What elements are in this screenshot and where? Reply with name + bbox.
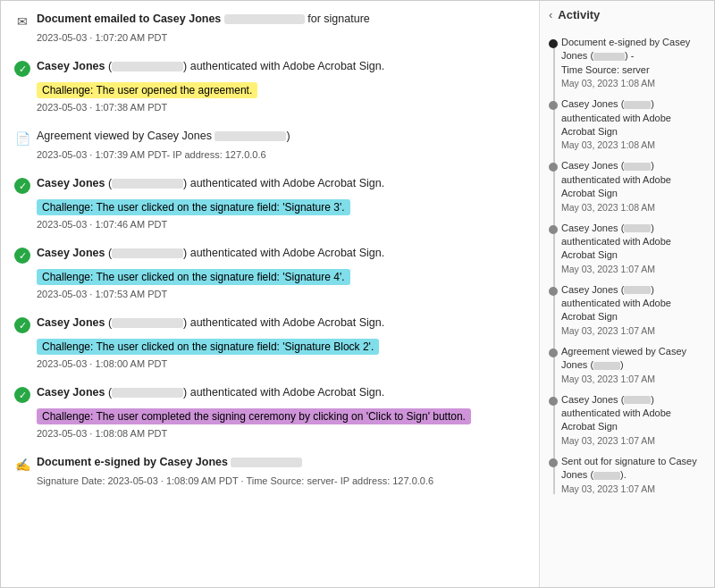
event-timestamp-email-sent: 2023-05-03 · 1:07:20 AM PDT xyxy=(37,32,526,43)
timeline-date-4: May 03, 2023 1:07 AM xyxy=(561,325,705,336)
event-text-wrapper: Document e-signed by Casey Jones xyxy=(37,455,526,471)
back-arrow-icon[interactable]: ‹ xyxy=(549,8,552,21)
event-header-auth-2: ✓Casey Jones () authenticated with Adobe… xyxy=(13,176,526,195)
challenge-box-auth-3: Challenge: The user clicked on the signa… xyxy=(37,269,350,285)
timeline-item-1: Casey Jones ()authenticated with Adobe A… xyxy=(561,97,705,150)
timeline-text-5: Agreement viewed by Casey Jones () xyxy=(561,345,705,373)
event-text: Agreement viewed by Casey Jones ) xyxy=(37,130,290,142)
event-timestamp-auth-1: 2023-05-03 · 1:07:38 AM PDT xyxy=(37,102,526,113)
event-item-view-1: 📄Agreement viewed by Casey Jones )2023-0… xyxy=(13,129,526,167)
right-panel: ‹ Activity Document e-signed by Casey Jo… xyxy=(540,1,714,587)
timeline-date-3: May 03, 2023 1:07 AM xyxy=(561,264,705,274)
challenge-box-auth-5: Challenge: The user completed the signin… xyxy=(37,408,471,424)
event-timestamp-auth-3: 2023-05-03 · 1:07:53 AM PDT xyxy=(37,289,526,299)
challenge-box-auth-4: Challenge: The user clicked on the signa… xyxy=(37,339,379,355)
email-icon: ✉ xyxy=(13,13,31,30)
timeline-dot-6 xyxy=(549,397,558,406)
event-item-auth-3: ✓Casey Jones () authenticated with Adobe… xyxy=(13,246,526,307)
check-icon: ✓ xyxy=(13,177,31,195)
event-timestamp-auth-2: 2023-05-03 · 1:07:46 AM PDT xyxy=(37,219,526,230)
event-text-wrapper: Casey Jones () authenticated with Adobe … xyxy=(37,246,526,262)
event-text-wrapper: Casey Jones () authenticated with Adobe … xyxy=(37,385,526,401)
event-text: Casey Jones () authenticated with Adobe … xyxy=(37,247,384,259)
event-text: Casey Jones () authenticated with Adobe … xyxy=(37,177,384,189)
timeline-dot-5 xyxy=(549,349,558,357)
timeline-text-2: Casey Jones ()authenticated with Adobe A… xyxy=(561,159,705,200)
view-icon: 📄 xyxy=(13,130,31,147)
timeline-date-2: May 03, 2023 1:08 AM xyxy=(561,202,705,213)
event-item-auth-5: ✓Casey Jones () authenticated with Adobe… xyxy=(13,385,526,446)
event-header-auth-1: ✓Casey Jones () authenticated with Adobe… xyxy=(13,59,526,78)
left-panel: ✉Document emailed to Casey Jones for sig… xyxy=(1,1,540,587)
timeline-text-7: Sent out for signature to Casey Jones ()… xyxy=(561,455,705,483)
event-item-auth-2: ✓Casey Jones () authenticated with Adobe… xyxy=(13,176,526,237)
timeline-text-6: Casey Jones ()authenticated with Adobe A… xyxy=(561,393,705,434)
timeline-text-4: Casey Jones ()authenticated with Adobe A… xyxy=(561,283,705,324)
event-item-auth-4: ✓Casey Jones () authenticated with Adobe… xyxy=(13,315,526,376)
event-text-wrapper: Casey Jones () authenticated with Adobe … xyxy=(37,315,526,332)
event-text: Casey Jones () authenticated with Adobe … xyxy=(37,316,384,329)
event-text-wrapper: Casey Jones () authenticated with Adobe … xyxy=(37,176,526,192)
challenge-box-auth-1: Challenge: The user opened the agreement… xyxy=(37,82,257,98)
timeline-dot-0 xyxy=(549,39,558,48)
event-text: Casey Jones () authenticated with Adobe … xyxy=(37,386,384,399)
event-text-wrapper: Agreement viewed by Casey Jones ) xyxy=(37,129,526,145)
event-timestamp-auth-4: 2023-05-03 · 1:08:00 AM PDT xyxy=(37,358,526,369)
event-header-esigned: ✍Document e-signed by Casey Jones xyxy=(13,455,526,474)
event-timestamp-auth-5: 2023-05-03 · 1:08:08 AM PDT xyxy=(37,428,526,439)
event-header-auth-5: ✓Casey Jones () authenticated with Adobe… xyxy=(13,385,526,404)
timeline-item-6: Casey Jones ()authenticated with Adobe A… xyxy=(561,393,705,446)
esign-icon: ✍ xyxy=(13,456,31,474)
event-header-auth-3: ✓Casey Jones () authenticated with Adobe… xyxy=(13,246,526,265)
timeline-item-0: Document e-signed by Casey Jones () -Tim… xyxy=(561,36,705,88)
timeline-item-3: Casey Jones ()authenticated with Adobe A… xyxy=(561,222,705,274)
check-icon: ✓ xyxy=(13,316,31,334)
check-icon: ✓ xyxy=(13,247,31,265)
event-header-email-sent: ✉Document emailed to Casey Jones for sig… xyxy=(13,12,526,30)
activity-timeline: Document e-signed by Casey Jones () -Tim… xyxy=(549,36,705,494)
timeline-date-0: May 03, 2023 1:08 AM xyxy=(561,78,705,88)
event-item-auth-1: ✓Casey Jones () authenticated with Adobe… xyxy=(13,59,526,120)
event-text-wrapper: Casey Jones () authenticated with Adobe … xyxy=(37,59,526,75)
event-text: Casey Jones () authenticated with Adobe … xyxy=(37,60,384,72)
timeline-text-3: Casey Jones ()authenticated with Adobe A… xyxy=(561,222,705,263)
event-text: Document emailed to Casey Jones for sign… xyxy=(37,13,370,25)
check-icon: ✓ xyxy=(13,60,31,78)
timeline-date-6: May 03, 2023 1:07 AM xyxy=(561,435,705,446)
timeline-date-7: May 03, 2023 1:07 AM xyxy=(561,483,705,494)
timeline-dot-4 xyxy=(549,287,558,296)
event-item-esigned: ✍Document e-signed by Casey Jones Signat… xyxy=(13,455,526,493)
timeline-item-4: Casey Jones ()authenticated with Adobe A… xyxy=(561,283,705,336)
timeline-item-5: Agreement viewed by Casey Jones ()May 03… xyxy=(561,345,705,384)
event-item-email-sent: ✉Document emailed to Casey Jones for sig… xyxy=(13,12,526,50)
timeline-text-0: Document e-signed by Casey Jones () -Tim… xyxy=(561,36,705,77)
event-timestamp-esigned: Signature Date: 2023-05-03 · 1:08:09 AM … xyxy=(37,475,526,486)
timeline-dot-3 xyxy=(549,225,558,234)
timeline-item-2: Casey Jones ()authenticated with Adobe A… xyxy=(561,159,705,212)
timeline-date-1: May 03, 2023 1:08 AM xyxy=(561,139,705,150)
timeline-item-7: Sent out for signature to Casey Jones ()… xyxy=(561,455,705,494)
timeline-dot-1 xyxy=(549,101,558,110)
event-header-auth-4: ✓Casey Jones () authenticated with Adobe… xyxy=(13,315,526,334)
timeline-text-1: Casey Jones ()authenticated with Adobe A… xyxy=(561,97,705,139)
event-timestamp-view-1: 2023-05-03 · 1:07:39 AM PDT- IP address:… xyxy=(37,149,526,160)
event-text: Document e-signed by Casey Jones xyxy=(37,456,302,468)
check-icon: ✓ xyxy=(13,386,31,404)
challenge-box-auth-2: Challenge: The user clicked on the signa… xyxy=(37,199,350,215)
timeline-dot-7 xyxy=(549,458,558,467)
event-text-wrapper: Document emailed to Casey Jones for sign… xyxy=(37,12,526,28)
timeline-date-5: May 03, 2023 1:07 AM xyxy=(561,374,705,384)
timeline-dot-2 xyxy=(549,163,558,172)
activity-header: ‹ Activity xyxy=(549,8,705,27)
activity-title: Activity xyxy=(558,8,600,21)
event-header-view-1: 📄Agreement viewed by Casey Jones ) xyxy=(13,129,526,147)
